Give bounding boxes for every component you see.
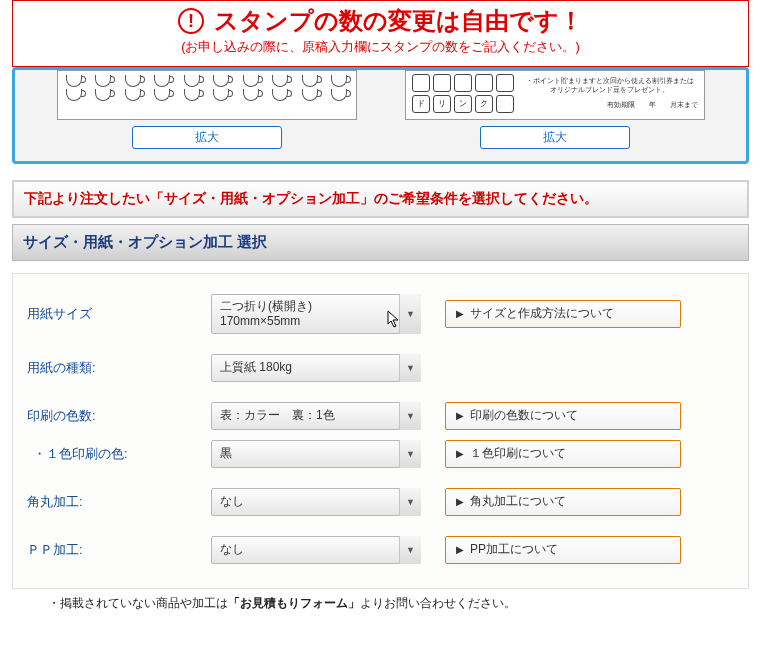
triangle-right-icon: ▶ — [456, 308, 464, 319]
chevron-down-icon: ▼ — [399, 536, 421, 564]
card2-desc-line: ・ポイント貯まりますと次回から使える割引券または — [522, 76, 698, 85]
instruction-text: 下記より注文したい「サイズ・用紙・オプション加工」のご希望条件を選択してください… — [12, 180, 749, 218]
stamp-cup-icon — [95, 75, 111, 87]
order-options-form: 用紙サイズ 二つ折り(横開き) 170mm×55mm ▼ ▶ サイズと作成方法に… — [12, 273, 749, 589]
info-button-round[interactable]: ▶ 角丸加工について — [445, 488, 681, 516]
stamp-cup-icon — [95, 89, 111, 101]
select-paper-size[interactable]: 二つ折り(横開き) 170mm×55mm ▼ — [211, 294, 421, 334]
notice-title: スタンプの数の変更は自由です！ — [214, 7, 583, 36]
select-print-colors[interactable]: 表：カラー 裏：1色 ▼ — [211, 402, 421, 430]
stamp-card-preview-1: 拡大 — [57, 70, 357, 149]
info-button-size[interactable]: ▶ サイズと作成方法について — [445, 300, 681, 328]
stamp-change-notice: ! スタンプの数の変更は自由です！ (お申し込みの際に、原稿入力欄にスタンプの数… — [12, 0, 749, 67]
chevron-down-icon: ▼ — [399, 402, 421, 430]
label-paper-type: 用紙の種類: — [27, 359, 187, 377]
stamp-cup-icon — [184, 89, 200, 101]
label-round-corner: 角丸加工: — [27, 493, 187, 511]
stamp-cup-icon — [154, 75, 170, 87]
chevron-down-icon: ▼ — [399, 488, 421, 516]
select-onecolor[interactable]: 黒 ▼ — [211, 440, 421, 468]
stamp-cup-icon — [272, 75, 288, 87]
label-paper-size: 用紙サイズ — [27, 305, 187, 323]
stamp-square — [433, 74, 451, 92]
stamp-cup-icon — [213, 75, 229, 87]
info-button-colors[interactable]: ▶ 印刷の色数について — [445, 402, 681, 430]
stamp-cup-icon — [125, 75, 141, 87]
stamp-cup-icon — [125, 89, 141, 101]
exclamation-icon: ! — [178, 8, 204, 34]
chevron-down-icon: ▼ — [399, 354, 421, 382]
stamp-square: ク — [475, 95, 493, 113]
stamp-square — [412, 74, 430, 92]
stamp-cup-icon — [302, 89, 318, 101]
footer-note: ・掲載されていない商品や加工は「お見積もりフォーム」よりお問い合わせください。 — [48, 595, 749, 612]
stamp-cup-icon — [213, 89, 229, 101]
triangle-right-icon: ▶ — [456, 544, 464, 555]
stamp-cup-icon — [243, 75, 259, 87]
preview-panel: 拡大 ドリンク ・ポイント貯まりますと次回から使える割引券または オリジナルブレ… — [12, 67, 749, 164]
stamp-cup-icon — [154, 89, 170, 101]
triangle-right-icon: ▶ — [456, 410, 464, 421]
chevron-down-icon: ▼ — [399, 440, 421, 468]
stamp-cup-icon — [302, 75, 318, 87]
select-paper-type[interactable]: 上質紙 180kg ▼ — [211, 354, 421, 382]
stamp-cup-icon — [272, 89, 288, 101]
stamp-card-preview-2: ドリンク ・ポイント貯まりますと次回から使える割引券または オリジナルブレンド豆… — [405, 70, 705, 149]
info-button-pp[interactable]: ▶ PP加工について — [445, 536, 681, 564]
info-button-onecolor[interactable]: ▶ １色印刷について — [445, 440, 681, 468]
stamp-square — [496, 95, 514, 113]
stamp-cup-icon — [331, 89, 347, 101]
zoom-button-1[interactable]: 拡大 — [132, 126, 282, 149]
stamp-cup-icon — [243, 89, 259, 101]
card2-desc-line: オリジナルブレンド豆をプレゼント。 — [522, 85, 698, 94]
stamp-cup-icon — [66, 75, 82, 87]
select-round-corner[interactable]: なし ▼ — [211, 488, 421, 516]
stamp-square — [454, 74, 472, 92]
stamp-square: ン — [454, 95, 472, 113]
chevron-down-icon: ▼ — [399, 294, 421, 334]
stamp-square: ド — [412, 95, 430, 113]
stamp-cup-icon — [331, 75, 347, 87]
card2-desc-line: 有効期限 年 月末まで — [522, 100, 698, 109]
triangle-right-icon: ▶ — [456, 448, 464, 459]
zoom-button-2[interactable]: 拡大 — [480, 126, 630, 149]
stamp-square — [475, 74, 493, 92]
stamp-cup-icon — [184, 75, 200, 87]
stamp-cup-icon — [66, 89, 82, 101]
label-pp: ＰＰ加工: — [27, 541, 187, 559]
label-onecolor: ・１色印刷の色: — [27, 445, 187, 463]
stamp-square — [496, 74, 514, 92]
section-header: サイズ・用紙・オプション加工 選択 — [12, 224, 749, 261]
label-print-colors: 印刷の色数: — [27, 407, 187, 425]
stamp-square: リ — [433, 95, 451, 113]
triangle-right-icon: ▶ — [456, 496, 464, 507]
select-pp[interactable]: なし ▼ — [211, 536, 421, 564]
notice-subtitle: (お申し込みの際に、原稿入力欄にスタンプの数をご記入ください。) — [13, 38, 748, 56]
